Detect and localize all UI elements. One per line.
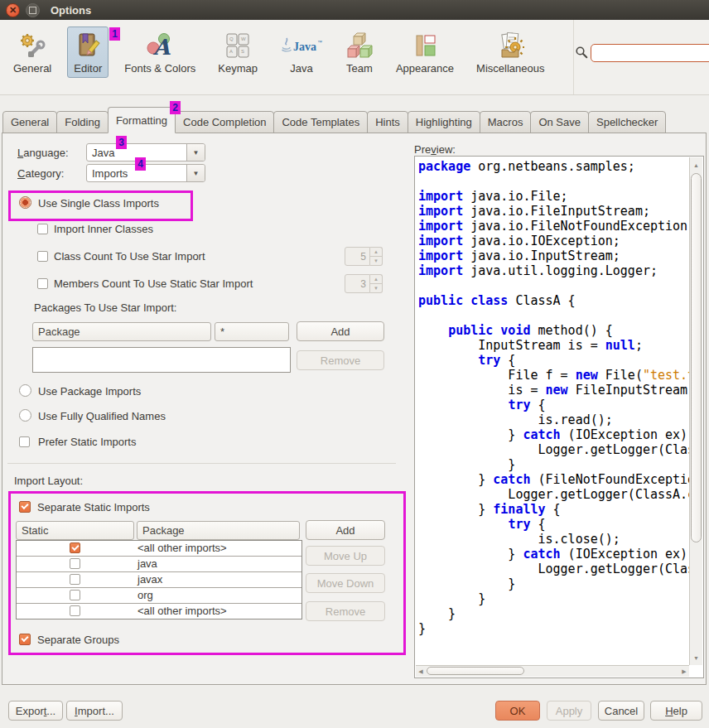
- spinner-up-icon[interactable]: ▲: [370, 247, 383, 256]
- editor-icon: [74, 31, 102, 60]
- toolbar-item-general[interactable]: General: [7, 27, 58, 78]
- category-dropdown[interactable]: Imports ▼: [86, 164, 205, 182]
- preview-code-panel: package org.netbeans.samples;import java…: [414, 156, 704, 678]
- import-inner-classes-label: Import Inner Classes: [54, 223, 153, 235]
- tab-general[interactable]: General: [2, 111, 57, 133]
- use-fully-qualified-names-radio[interactable]: [19, 409, 31, 422]
- static-cell-checkbox[interactable]: [70, 542, 80, 553]
- import-layout-table[interactable]: <all other imports>javajavaxorg<all othe…: [16, 540, 302, 620]
- separate-static-imports-checkbox[interactable]: [19, 501, 31, 513]
- vertical-scrollbar-thumb[interactable]: [691, 173, 702, 542]
- scroll-right-icon[interactable]: ▶: [679, 666, 689, 677]
- members-count-checkbox[interactable]: [37, 278, 48, 289]
- fonts-colors-icon: A: [146, 31, 174, 60]
- tab-spellchecker[interactable]: Spellchecker: [588, 111, 666, 133]
- star-column-header[interactable]: *: [215, 322, 289, 341]
- vertical-scrollbar[interactable]: ▲ ▼: [689, 157, 702, 665]
- svg-text:W: W: [241, 36, 246, 41]
- category-label: Category:: [17, 167, 64, 180]
- table-row[interactable]: java: [17, 557, 301, 572]
- use-single-class-imports-radio[interactable]: [19, 196, 31, 209]
- table-row[interactable]: <all other imports>: [17, 541, 301, 557]
- class-count-label: Class Count To Use Star Import: [54, 250, 205, 263]
- tab-folding[interactable]: Folding: [56, 111, 109, 133]
- toolbar-item-editor[interactable]: Editor: [67, 27, 109, 78]
- annotation-marker-3: 3: [116, 136, 127, 149]
- move-down-button[interactable]: Move Down: [306, 573, 385, 593]
- static-cell-checkbox[interactable]: [70, 574, 80, 585]
- package-column-header[interactable]: Package: [32, 322, 211, 341]
- language-dropdown[interactable]: Java ▼: [86, 143, 205, 162]
- table-row[interactable]: <all other imports>: [17, 604, 301, 619]
- apply-button[interactable]: Apply: [547, 701, 591, 721]
- class-count-spinner[interactable]: 5 ▲▼: [345, 247, 383, 266]
- import-button[interactable]: Import...: [66, 701, 123, 721]
- toolbar-item-fonts-colors[interactable]: AFonts & Colors: [118, 27, 202, 78]
- java-icon: Java™: [280, 31, 323, 60]
- tab-formatting[interactable]: Formatting: [108, 107, 176, 133]
- packages-star-list[interactable]: [32, 347, 291, 373]
- add-package-button[interactable]: Add: [297, 321, 384, 341]
- static-cell-checkbox[interactable]: [70, 590, 80, 600]
- horizontal-scrollbar[interactable]: ◀ ▶: [416, 665, 689, 677]
- chevron-down-icon[interactable]: ▼: [186, 144, 205, 161]
- tab-code-templates[interactable]: Code Templates: [273, 111, 368, 133]
- formatting-panel: Language: Java ▼ Category: Imports ▼ Use…: [2, 133, 707, 685]
- ok-button[interactable]: OK: [495, 701, 540, 721]
- use-package-imports-radio[interactable]: [19, 384, 31, 397]
- toolbar-item-appearance[interactable]: Appearance: [389, 27, 461, 78]
- static-column-header[interactable]: Static: [16, 521, 134, 540]
- close-icon[interactable]: ✕: [6, 3, 20, 17]
- toolbar-item-label: Java: [290, 62, 312, 75]
- static-cell-checkbox[interactable]: [70, 558, 80, 569]
- package-column-header[interactable]: Package: [137, 521, 300, 540]
- svg-text:A: A: [229, 49, 233, 54]
- toolbar-item-miscellaneous[interactable]: Miscellaneous: [470, 27, 551, 78]
- toolbar-item-keymap[interactable]: QWASKeymap: [211, 27, 264, 78]
- scroll-down-icon[interactable]: ▼: [690, 652, 702, 663]
- separate-groups-checkbox[interactable]: [19, 634, 31, 645]
- class-count-checkbox[interactable]: [37, 251, 48, 262]
- spinner-down-icon[interactable]: ▼: [370, 283, 383, 293]
- toolbar-item-java[interactable]: Java™Java: [273, 27, 330, 78]
- prefer-static-imports-checkbox[interactable]: [19, 436, 30, 447]
- scroll-left-icon[interactable]: ◀: [416, 666, 426, 677]
- chevron-down-icon[interactable]: ▼: [186, 165, 205, 181]
- horizontal-scrollbar-thumb[interactable]: [427, 667, 524, 675]
- table-row[interactable]: javax: [17, 572, 301, 588]
- add-button[interactable]: Add: [306, 520, 385, 540]
- help-button[interactable]: Help: [650, 701, 702, 721]
- annotation-marker-2: 2: [170, 101, 181, 114]
- class-count-value: 5: [345, 247, 370, 266]
- import-inner-classes-checkbox[interactable]: [37, 224, 48, 234]
- svg-text:Java: Java: [293, 41, 316, 53]
- window-title: Options: [51, 4, 91, 17]
- members-count-spinner[interactable]: 3 ▲▼: [345, 274, 383, 293]
- remove-button[interactable]: Remove: [306, 601, 385, 621]
- restore-icon[interactable]: [26, 3, 40, 17]
- search-input[interactable]: [591, 44, 709, 62]
- spinner-up-icon[interactable]: ▲: [370, 274, 383, 283]
- members-count-label: Members Count To Use Static Star Import: [54, 277, 253, 290]
- table-row[interactable]: org: [17, 588, 301, 604]
- general-icon: [18, 31, 46, 60]
- move-up-button[interactable]: Move Up: [306, 546, 385, 566]
- prefer-static-imports-label: Prefer Static Imports: [38, 436, 136, 448]
- tab-on-save[interactable]: On Save: [530, 111, 589, 133]
- tab-hints[interactable]: Hints: [367, 111, 408, 133]
- static-cell-checkbox[interactable]: [70, 605, 80, 616]
- tab-highlighting[interactable]: Highlighting: [408, 111, 480, 133]
- toolbar-item-team[interactable]: Team: [339, 27, 380, 78]
- export-button[interactable]: Export...: [8, 701, 63, 721]
- cancel-button[interactable]: Cancel: [598, 701, 644, 721]
- annotation-marker-1: 1: [109, 27, 120, 41]
- keymap-icon: QWAS: [224, 31, 252, 60]
- toolbar-item-label: Appearance: [396, 62, 454, 75]
- spinner-down-icon[interactable]: ▼: [370, 256, 383, 266]
- tab-code-completion[interactable]: Code Completion: [175, 111, 274, 133]
- scroll-up-icon[interactable]: ▲: [690, 159, 702, 171]
- remove-package-button[interactable]: Remove: [297, 350, 384, 370]
- tab-macros[interactable]: Macros: [480, 111, 532, 133]
- toolbar: GeneralEditorAFonts & ColorsQWASKeymapJa…: [0, 20, 709, 95]
- preview-code: package org.netbeans.samples;import java…: [418, 159, 689, 665]
